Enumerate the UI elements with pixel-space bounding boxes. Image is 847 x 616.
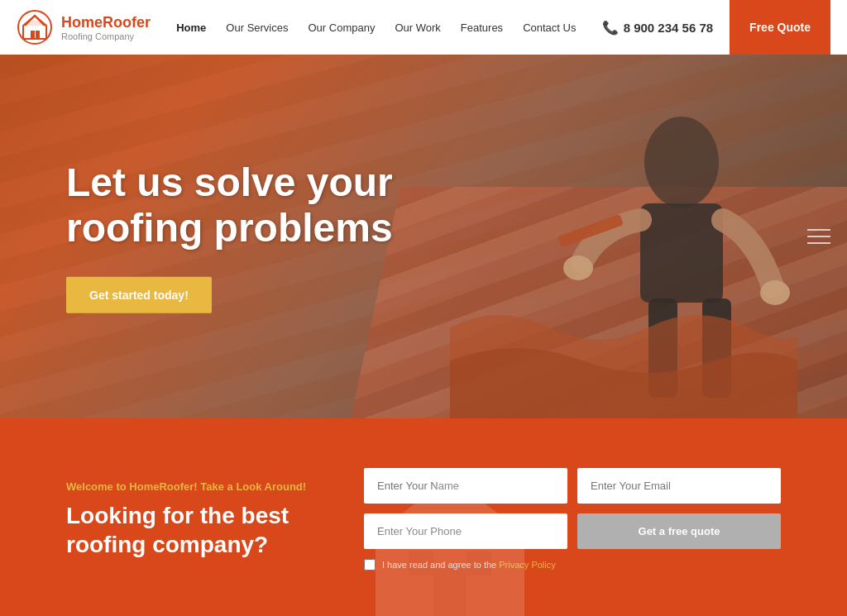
- nav-link-services[interactable]: Our Services: [226, 21, 288, 34]
- hero-content: Let us solve your roofing problems Get s…: [66, 160, 463, 313]
- orange-text-block: Welcome to HomeRoofer! Take a Look Aroun…: [66, 480, 314, 559]
- svg-point-6: [563, 255, 593, 280]
- orange-welcome: Welcome to HomeRoofer! Take a Look Aroun…: [66, 480, 314, 493]
- nav-item-services[interactable]: Our Services: [226, 20, 288, 35]
- slider-arrow-line-3: [807, 242, 830, 244]
- orange-heading: Looking for the best roofing company?: [66, 501, 314, 559]
- worker-silhouette: [450, 63, 797, 418]
- svg-rect-12: [433, 567, 467, 616]
- svg-rect-14: [467, 551, 491, 575]
- phone-area: 📞 8 900 234 56 78: [602, 20, 713, 36]
- bg-house-icon: [367, 468, 533, 616]
- svg-point-7: [760, 280, 790, 305]
- slider-arrow-line-2: [807, 236, 830, 237]
- nav-item-company[interactable]: Our Company: [309, 20, 376, 35]
- hero-cta-button[interactable]: Get started today!: [66, 277, 212, 313]
- nav-item-contact[interactable]: Contact Us: [523, 20, 576, 35]
- logo-icon: [17, 9, 53, 45]
- svg-rect-2: [31, 31, 35, 39]
- phone-icon: 📞: [602, 20, 619, 36]
- house-watermark: [367, 468, 533, 616]
- slider-arrows[interactable]: [807, 229, 830, 244]
- nav-links: Home Our Services Our Company Our Work F…: [151, 20, 602, 35]
- svg-rect-5: [640, 203, 723, 303]
- orange-section: Welcome to HomeRoofer! Take a Look Aroun…: [0, 418, 847, 616]
- nav-item-work[interactable]: Our Work: [395, 20, 440, 35]
- hero-worker-area: [450, 63, 797, 418]
- svg-rect-13: [409, 551, 433, 575]
- nav-item-home[interactable]: Home: [176, 20, 206, 35]
- hero-title: Let us solve your roofing problems: [66, 160, 463, 251]
- nav-item-features[interactable]: Features: [461, 20, 503, 35]
- logo-area: HomeRoofer Roofing Company: [17, 9, 151, 45]
- nav-link-work[interactable]: Our Work: [395, 21, 440, 34]
- slider-arrow-line-1: [807, 229, 830, 231]
- nav-link-home[interactable]: Home: [176, 21, 206, 34]
- get-quote-button[interactable]: Get a free quote: [577, 513, 781, 549]
- nav-link-contact[interactable]: Contact Us: [523, 21, 576, 34]
- logo-name: HomeRoofer: [61, 14, 151, 31]
- email-input[interactable]: [577, 468, 781, 504]
- nav-link-company[interactable]: Our Company: [309, 21, 376, 34]
- nav-link-features[interactable]: Features: [461, 21, 503, 34]
- hero-section: Let us solve your roofing problems Get s…: [0, 55, 847, 418]
- svg-rect-3: [36, 31, 40, 39]
- logo-text-group: HomeRoofer Roofing Company: [61, 14, 151, 41]
- logo-tagline: Roofing Company: [61, 31, 151, 41]
- phone-number: 8 900 234 56 78: [624, 21, 713, 35]
- navbar: HomeRoofer Roofing Company Home Our Serv…: [0, 0, 847, 55]
- free-quote-button[interactable]: Free Quote: [730, 0, 830, 55]
- svg-point-4: [644, 117, 719, 208]
